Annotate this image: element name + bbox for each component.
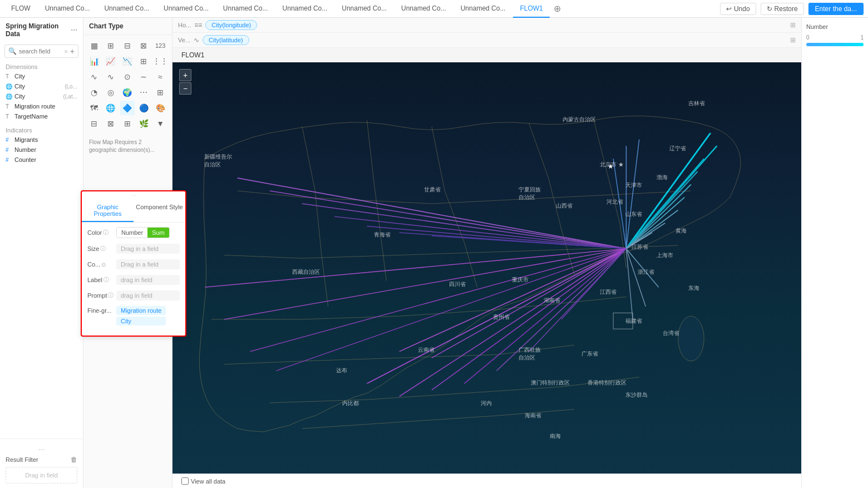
- chart-other[interactable]: ▼: [153, 116, 167, 131]
- search-box[interactable]: 🔍 ≡ +: [4, 45, 78, 58]
- chart-heatmap[interactable]: 🗺: [87, 101, 101, 115]
- tab-flow1[interactable]: FLOW1: [513, 0, 549, 18]
- field-counter[interactable]: # Counter: [0, 155, 83, 165]
- legend-min: 0: [806, 34, 810, 41]
- finegr-tag-city[interactable]: City: [116, 317, 166, 326]
- view-all-input[interactable]: [181, 477, 189, 485]
- add-field-icon[interactable]: +: [70, 47, 75, 56]
- tab-8[interactable]: Unnamed Co...: [454, 0, 512, 18]
- color-info-icon: ⓘ: [103, 229, 108, 236]
- tab-3[interactable]: Unnamed Co...: [157, 0, 215, 18]
- chart-bar[interactable]: ▦: [87, 38, 101, 53]
- chart-grid: ▦ ⊞ ⊟ ⊠ 123 📊 📈 📉 ⊞ ⋮⋮ ∿ ∿ ⊙ ∼ ≈ ◔ ◎: [83, 35, 172, 134]
- hash-icon: #: [6, 137, 12, 143]
- chart-donut[interactable]: ◎: [103, 85, 118, 100]
- finegr-label: Fine-gr...: [87, 306, 114, 314]
- vertical-pill[interactable]: City(latitude): [203, 35, 249, 45]
- color-number-btn[interactable]: Number: [117, 228, 147, 238]
- chart-area2[interactable]: ∿: [103, 70, 118, 84]
- chart-table[interactable]: ⊞: [103, 38, 118, 53]
- color-sum-btn[interactable]: Sum: [147, 228, 169, 238]
- field-city-text[interactable]: T City: [0, 71, 83, 81]
- tab-graphic-properties[interactable]: Graphic Properties: [82, 200, 134, 222]
- chart-bubble[interactable]: 🔵: [136, 101, 151, 115]
- result-filter-icon[interactable]: 🗑: [71, 456, 77, 464]
- chart-funnel[interactable]: ⊙: [120, 70, 135, 84]
- tab-5[interactable]: Unnamed Co...: [276, 0, 334, 18]
- drag-handle[interactable]: ⋯: [6, 443, 77, 456]
- chart-area[interactable]: ∿: [87, 70, 101, 84]
- svg-rect-1: [613, 313, 633, 329]
- chart-bar2[interactable]: 📊: [87, 54, 101, 68]
- tab-1[interactable]: Unnamed Co...: [38, 0, 97, 18]
- svg-line-18: [334, 216, 626, 249]
- chart-color-table[interactable]: ⊠: [136, 38, 151, 53]
- chart-line[interactable]: 📉: [120, 54, 135, 68]
- svg-line-7: [626, 197, 684, 248]
- size-row: Size ⓘ Drag in a field: [87, 244, 180, 254]
- chart-bar3[interactable]: ⊟: [87, 116, 101, 131]
- search-icon: 🔍: [8, 47, 17, 55]
- finegr-tag-migration[interactable]: Migration route: [116, 306, 166, 315]
- chart-dot[interactable]: ⋯: [136, 85, 151, 100]
- chart-geo2[interactable]: 🌿: [136, 116, 151, 131]
- zoom-out-button[interactable]: −: [179, 82, 191, 95]
- chart-color2[interactable]: ⊞: [120, 116, 135, 131]
- hash-icon-2: #: [6, 147, 12, 153]
- chart-combo[interactable]: ⊞: [136, 54, 151, 68]
- properties-drag-handle[interactable]: ⋯: [82, 191, 185, 200]
- result-filter-drop-zone[interactable]: Drag in field: [6, 467, 77, 484]
- map-container[interactable]: + −: [172, 62, 801, 474]
- field-city-lat[interactable]: 🌐 City (Lat...: [0, 91, 83, 101]
- label-drop-zone[interactable]: drag in field: [116, 275, 180, 285]
- tab-7[interactable]: Unnamed Co...: [394, 0, 453, 18]
- chart-world[interactable]: 🌍: [120, 85, 135, 100]
- prompt-drop-zone[interactable]: drag in field: [116, 290, 180, 300]
- view-all-checkbox[interactable]: View all data: [181, 477, 225, 485]
- svg-line-30: [561, 249, 626, 319]
- axis-v-expand[interactable]: ⊞: [790, 36, 796, 44]
- field-number[interactable]: # Number: [0, 145, 83, 155]
- field-migrants[interactable]: # Migrants: [0, 135, 83, 145]
- chart-flow[interactable]: 🔷: [120, 101, 135, 115]
- chart-tree[interactable]: ⊞: [153, 85, 167, 100]
- zoom-in-button[interactable]: +: [179, 69, 191, 81]
- tab-2[interactable]: Unnamed Co...: [97, 0, 156, 18]
- label-info-icon: ⓘ: [103, 276, 109, 284]
- search-input[interactable]: [19, 48, 62, 55]
- horizontal-pill[interactable]: City(longitude): [205, 20, 257, 30]
- chart-line2[interactable]: ∼: [136, 70, 151, 84]
- chart-wave[interactable]: ≈: [153, 70, 167, 84]
- axis-h-expand[interactable]: ⊞: [790, 21, 796, 29]
- undo-icon: ↩: [726, 5, 732, 13]
- svg-line-12: [626, 249, 658, 287]
- svg-text:★: ★: [608, 163, 614, 170]
- svg-line-31: [613, 159, 626, 249]
- chart-geo-heat[interactable]: 🌐: [103, 101, 118, 115]
- chart-number[interactable]: 123: [153, 38, 167, 53]
- restore-button[interactable]: ↻ Restore: [761, 3, 804, 15]
- left-panel: Spring Migration Data ⋯ 🔍 ≡ + Dimensions…: [0, 18, 83, 488]
- chart-column[interactable]: 📈: [103, 54, 118, 68]
- tab-component-style[interactable]: Component Style: [134, 200, 185, 222]
- add-tab-button[interactable]: ⊕: [551, 2, 564, 16]
- tab-6[interactable]: Unnamed Co...: [335, 0, 393, 18]
- undo-button[interactable]: ↩ Undo: [720, 3, 756, 15]
- field-target-name[interactable]: T TargetName: [0, 111, 83, 121]
- tab-flow[interactable]: FLOW: [4, 0, 37, 18]
- chart-pivot[interactable]: ⊟: [120, 38, 135, 53]
- size-drop-zone[interactable]: Drag in a field: [116, 244, 180, 254]
- co-drop-zone[interactable]: Drag in a field: [116, 259, 180, 269]
- chart-custom[interactable]: 🎨: [153, 101, 167, 115]
- enter-data-button[interactable]: Enter the da...: [808, 3, 864, 15]
- field-migration-route[interactable]: T Migration route: [0, 101, 83, 111]
- chart-scatter[interactable]: ⋮⋮: [153, 54, 167, 68]
- text-icon-2: T: [6, 103, 12, 110]
- field-city-lon[interactable]: 🌐 City (Lo...: [0, 81, 83, 91]
- chart-grid2[interactable]: ⊠: [103, 116, 118, 131]
- svg-line-25: [464, 249, 626, 383]
- right-legend-panel: Number 0 1: [801, 18, 868, 488]
- tab-4[interactable]: Unnamed Co...: [216, 0, 275, 18]
- chart-pie[interactable]: ◔: [87, 85, 101, 100]
- left-panel-menu-icon[interactable]: ⋯: [71, 26, 77, 34]
